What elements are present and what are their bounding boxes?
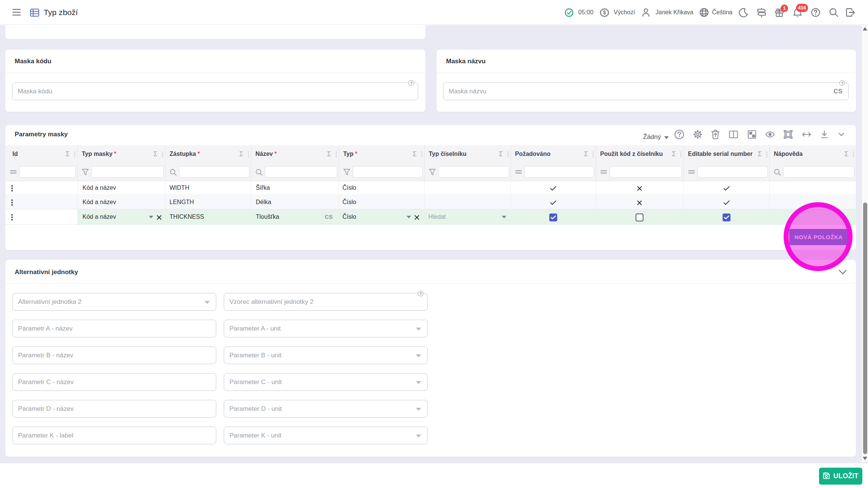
svg-text:$: $ [603,9,606,15]
